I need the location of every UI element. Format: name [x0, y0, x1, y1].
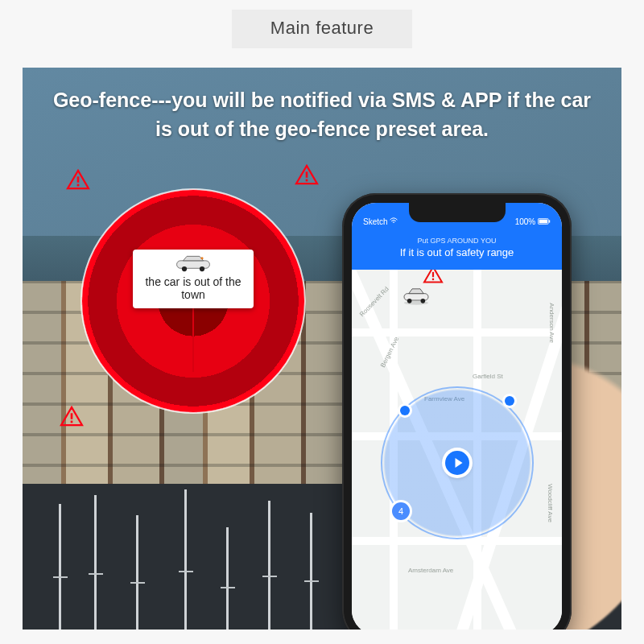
feature-panel: Geo-fence---you will be notified via SMS… — [23, 68, 621, 630]
svg-point-9 — [200, 257, 203, 259]
warning-icon — [60, 406, 84, 427]
svg-rect-5 — [71, 421, 73, 423]
phone-mockup: Sketch 100% Put GPS AROUND YOU If it is … — [342, 193, 572, 630]
svg-rect-12 — [549, 220, 551, 222]
street-label: Garfield St — [473, 373, 503, 380]
svg-rect-14 — [432, 279, 434, 280]
feature-headline: Geo-fence---you will be notified via SMS… — [23, 85, 621, 144]
app-header-subtitle: Put GPS AROUND YOU — [358, 237, 555, 245]
street-label: Anderson Ave — [548, 303, 555, 343]
svg-rect-2 — [306, 171, 308, 177]
map-cluster-badge[interactable]: 4 — [392, 502, 410, 520]
section-title: Main feature — [232, 10, 412, 48]
warning-icon — [295, 164, 319, 185]
radar-callout: the car is out of the town — [133, 250, 254, 309]
street-label: Woodcliff Ave — [547, 484, 554, 522]
radar-callout-text: the car is out of the town — [145, 275, 241, 302]
svg-point-8 — [200, 266, 204, 271]
statusbar-right: 100% — [515, 217, 551, 226]
header: Main feature — [0, 0, 644, 48]
svg-rect-16 — [404, 294, 428, 300]
car-icon — [400, 287, 432, 306]
map-center-button[interactable] — [445, 451, 469, 475]
map-point-icon[interactable] — [505, 396, 514, 406]
svg-point-7 — [182, 266, 187, 271]
svg-point-18 — [421, 299, 426, 303]
phone-notch — [409, 203, 506, 222]
battery-icon — [538, 218, 551, 225]
street-label: Amsterdam Ave — [408, 567, 453, 574]
car-icon — [174, 254, 213, 272]
statusbar-left: Sketch — [363, 217, 398, 226]
wifi-icon — [390, 217, 398, 224]
svg-rect-6 — [177, 260, 210, 267]
app-header: Put GPS AROUND YOU If it is out of safet… — [352, 229, 562, 270]
svg-rect-4 — [71, 413, 73, 419]
svg-point-17 — [407, 299, 412, 303]
app-header-title: If it is out of safety range — [400, 246, 514, 258]
svg-rect-3 — [306, 180, 308, 182]
phone-screen: Sketch 100% Put GPS AROUND YOU If it is … — [352, 203, 562, 630]
warning-icon — [66, 169, 90, 190]
svg-rect-13 — [432, 272, 434, 277]
geo-fence-radar: the car is out of the town — [80, 188, 306, 414]
svg-rect-1 — [77, 184, 80, 187]
map-point-icon[interactable] — [400, 406, 410, 415]
phone-map[interactable]: Roosevelt Rd Bergen Ave Farmview Ave Gar… — [352, 261, 562, 630]
svg-rect-0 — [77, 176, 80, 182]
svg-rect-11 — [539, 220, 547, 224]
